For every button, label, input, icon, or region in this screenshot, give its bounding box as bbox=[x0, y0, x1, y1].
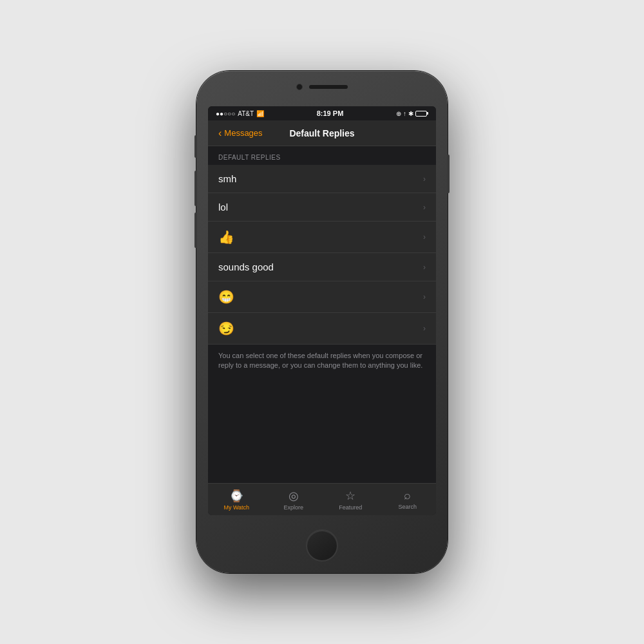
tab-featured[interactable]: ☆ Featured bbox=[322, 489, 379, 511]
battery-tip bbox=[427, 112, 428, 115]
speaker bbox=[309, 85, 348, 89]
explore-label: Explore bbox=[283, 504, 303, 511]
featured-icon: ☆ bbox=[345, 489, 355, 503]
chevron-icon-thumbsup: › bbox=[423, 232, 426, 242]
search-icon: ⌕ bbox=[404, 489, 411, 502]
status-bar: ●●○○○ AT&T 📶 8:19 PM ⊕ ↑ ✱ bbox=[208, 106, 436, 120]
reply-item-sounds-good[interactable]: sounds good › bbox=[208, 253, 436, 281]
footer-note: You can select one of these default repl… bbox=[208, 345, 436, 377]
status-time: 8:19 PM bbox=[317, 109, 344, 117]
signal-dots: ●●○○○ bbox=[216, 110, 235, 117]
chevron-icon-smirk: › bbox=[423, 324, 426, 333]
reply-text-smh: smh bbox=[218, 173, 236, 184]
reply-item-grin[interactable]: 😁 › bbox=[208, 281, 436, 313]
top-bar bbox=[296, 84, 348, 90]
phone-frame: ●●○○○ AT&T 📶 8:19 PM ⊕ ↑ ✱ bbox=[196, 71, 448, 573]
chevron-icon-grin: › bbox=[423, 292, 426, 301]
explore-icon: ◎ bbox=[289, 489, 299, 503]
battery-body bbox=[415, 111, 427, 117]
reply-item-smh[interactable]: smh › bbox=[208, 165, 436, 193]
reply-item-smirk[interactable]: 😏 › bbox=[208, 313, 436, 345]
chevron-icon-sounds-good: › bbox=[423, 263, 426, 272]
reply-emoji-grin: 😁 bbox=[218, 289, 234, 305]
reply-item-thumbsup[interactable]: 👍 › bbox=[208, 222, 436, 253]
tab-bar: ⌚ My Watch ◎ Explore ☆ Featured ⌕ Search bbox=[208, 483, 436, 515]
tab-my-watch[interactable]: ⌚ My Watch bbox=[208, 489, 265, 511]
tab-search[interactable]: ⌕ Search bbox=[379, 489, 437, 510]
search-label: Search bbox=[398, 504, 417, 510]
tab-explore[interactable]: ◎ Explore bbox=[265, 489, 323, 511]
wifi-icon: 📶 bbox=[256, 110, 264, 117]
volume-up-button bbox=[194, 171, 197, 206]
nav-title: Default Replies bbox=[289, 128, 354, 138]
carrier-name: AT&T bbox=[238, 110, 254, 117]
reply-emoji-thumbsup: 👍 bbox=[218, 229, 234, 245]
back-chevron-icon: ‹ bbox=[218, 128, 222, 139]
location-icon: ⊕ bbox=[396, 110, 401, 117]
my-watch-icon: ⌚ bbox=[229, 489, 243, 503]
home-button[interactable] bbox=[306, 529, 338, 562]
status-left: ●●○○○ AT&T 📶 bbox=[216, 110, 264, 117]
reply-emoji-smirk: 😏 bbox=[218, 321, 234, 336]
nav-bar: ‹ Messages Default Replies bbox=[208, 120, 436, 146]
arrow-icon: ↑ bbox=[403, 110, 406, 117]
reply-item-lol[interactable]: lol › bbox=[208, 193, 436, 222]
bluetooth-icon: ✱ bbox=[408, 110, 413, 117]
screen: ●●○○○ AT&T 📶 8:19 PM ⊕ ↑ ✱ bbox=[208, 106, 436, 515]
back-label: Messages bbox=[224, 128, 262, 138]
reply-text-lol: lol bbox=[218, 202, 228, 213]
battery-icon bbox=[415, 111, 428, 117]
mute-button bbox=[194, 135, 197, 158]
my-watch-label: My Watch bbox=[223, 504, 249, 511]
camera bbox=[296, 84, 303, 90]
featured-label: Featured bbox=[339, 504, 362, 511]
reply-text-sounds-good: sounds good bbox=[218, 261, 274, 272]
power-button bbox=[447, 155, 450, 193]
phone-body: ●●○○○ AT&T 📶 8:19 PM ⊕ ↑ ✱ bbox=[196, 71, 448, 573]
chevron-icon-lol: › bbox=[423, 203, 426, 212]
chevron-icon-smh: › bbox=[423, 175, 426, 184]
content-area: DEFAULT REPLIES smh › lol › 👍 › sounds g… bbox=[208, 146, 436, 483]
section-header: DEFAULT REPLIES bbox=[208, 146, 436, 165]
back-button[interactable]: ‹ Messages bbox=[218, 128, 263, 139]
status-right: ⊕ ↑ ✱ bbox=[396, 110, 428, 117]
volume-down-button bbox=[194, 213, 197, 248]
